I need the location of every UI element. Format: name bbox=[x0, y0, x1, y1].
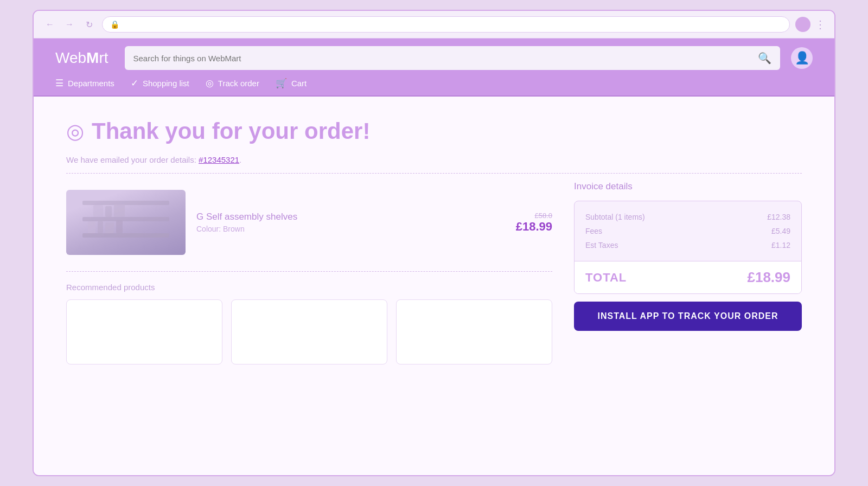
nav-label-departments: Departments bbox=[68, 79, 114, 88]
svg-rect-4 bbox=[98, 221, 103, 233]
browser-chrome: ← → ↻ 🔒 ⋮ bbox=[34, 11, 834, 39]
recommended-section: Recommended products bbox=[66, 283, 552, 364]
lock-icon: 🔒 bbox=[110, 20, 119, 29]
refresh-button[interactable]: ↻ bbox=[81, 17, 97, 32]
invoice-row-fees: Fees £5.49 bbox=[585, 224, 790, 238]
svg-rect-8 bbox=[105, 206, 112, 217]
nav-bar: ☰ Departments ✓ Shopping list ◎ Track or… bbox=[34, 78, 834, 97]
subtotal-label: Subtotal (1 items) bbox=[585, 213, 645, 221]
browser-nav: ← → ↻ bbox=[42, 17, 97, 32]
thank-you-heading: ◎ Thank you for your order! bbox=[66, 118, 802, 144]
bottom-divider bbox=[66, 271, 552, 272]
right-panel: Invoice details Subtotal (1 items) £12.3… bbox=[574, 181, 802, 364]
nav-item-shopping-list[interactable]: ✓ Shopping list bbox=[131, 78, 189, 89]
search-bar: 🔍 bbox=[125, 46, 780, 70]
thank-you-title: Thank you for your order! bbox=[92, 118, 370, 144]
forward-button[interactable]: → bbox=[62, 17, 77, 32]
taxes-label: Est Taxes bbox=[585, 241, 618, 250]
nav-label-cart: Cart bbox=[291, 79, 307, 88]
site-logo[interactable]: WebMrt bbox=[55, 49, 108, 67]
total-label: TOTAL bbox=[585, 271, 627, 285]
browser-actions: ⋮ bbox=[795, 17, 826, 32]
svg-rect-5 bbox=[105, 222, 114, 233]
user-avatar[interactable]: 👤 bbox=[791, 47, 813, 69]
address-bar[interactable]: 🔒 bbox=[102, 16, 790, 33]
target-icon: ◎ bbox=[66, 119, 84, 143]
invoice-box: Subtotal (1 items) £12.38 Fees £5.49 Est… bbox=[574, 201, 802, 294]
main-content: ◎ Thank you for your order! We have emai… bbox=[34, 97, 834, 475]
install-app-button[interactable]: INSTALL APP TO TRACK YOUR ORDER bbox=[574, 302, 802, 331]
content-grid: G Self assembly shelves Colour: Brown £5… bbox=[66, 181, 802, 364]
nav-label-shopping-list: Shopping list bbox=[143, 79, 189, 88]
profile-circle-button[interactable] bbox=[795, 17, 810, 32]
product-image bbox=[66, 190, 186, 255]
product-row: G Self assembly shelves Colour: Brown £5… bbox=[66, 181, 552, 264]
order-number-link[interactable]: #12345321 bbox=[199, 155, 239, 164]
total-value: £18.99 bbox=[747, 269, 790, 286]
recommended-card-1[interactable] bbox=[66, 299, 222, 364]
email-notice-prefix: We have emailed your order details: bbox=[66, 155, 199, 164]
departments-icon: ☰ bbox=[55, 78, 63, 89]
fees-label: Fees bbox=[585, 227, 602, 235]
recommended-card-3[interactable] bbox=[396, 299, 552, 364]
product-info: G Self assembly shelves Colour: Brown bbox=[196, 212, 505, 233]
shopping-list-icon: ✓ bbox=[131, 78, 138, 89]
nav-label-track-order: Track order bbox=[218, 79, 259, 88]
track-order-icon: ◎ bbox=[206, 78, 214, 89]
taxes-value: £1.12 bbox=[771, 241, 790, 250]
recommended-title: Recommended products bbox=[66, 283, 552, 292]
cart-icon: 🛒 bbox=[276, 78, 287, 89]
back-button[interactable]: ← bbox=[42, 17, 58, 32]
search-button[interactable]: 🔍 bbox=[758, 52, 771, 65]
svg-rect-0 bbox=[82, 233, 169, 238]
product-svg bbox=[77, 195, 175, 250]
nav-item-track-order[interactable]: ◎ Track order bbox=[206, 78, 259, 89]
product-image-inner bbox=[66, 190, 186, 255]
svg-rect-9 bbox=[114, 204, 125, 217]
invoice-row-taxes: Est Taxes £1.12 bbox=[585, 238, 790, 252]
invoice-total: TOTAL £18.99 bbox=[575, 261, 801, 293]
email-notice-suffix: . bbox=[239, 155, 241, 164]
svg-rect-2 bbox=[82, 201, 169, 205]
menu-dots-button[interactable]: ⋮ bbox=[815, 18, 826, 31]
browser-window: ← → ↻ 🔒 ⋮ WebMrt 🔍 👤 ☰ Departments ✓ bbox=[33, 10, 835, 476]
svg-rect-6 bbox=[116, 220, 123, 233]
fees-value: £5.49 bbox=[771, 227, 790, 235]
invoice-rows: Subtotal (1 items) £12.38 Fees £5.49 Est… bbox=[575, 201, 801, 261]
product-price: £58.0 £18.99 bbox=[516, 212, 552, 234]
sale-price: £18.99 bbox=[516, 220, 552, 233]
nav-item-departments[interactable]: ☰ Departments bbox=[55, 78, 114, 89]
product-colour: Colour: Brown bbox=[196, 225, 505, 233]
svg-rect-1 bbox=[82, 217, 169, 221]
invoice-row-subtotal: Subtotal (1 items) £12.38 bbox=[585, 210, 790, 224]
invoice-title: Invoice details bbox=[574, 181, 802, 192]
subtotal-value: £12.38 bbox=[767, 213, 790, 221]
svg-rect-7 bbox=[93, 205, 103, 217]
site-header: WebMrt 🔍 👤 bbox=[34, 39, 834, 78]
left-panel: G Self assembly shelves Colour: Brown £5… bbox=[66, 181, 552, 364]
recommended-card-2[interactable] bbox=[231, 299, 387, 364]
top-divider bbox=[66, 173, 802, 174]
email-notice: We have emailed your order details: #123… bbox=[66, 155, 802, 164]
nav-item-cart[interactable]: 🛒 Cart bbox=[276, 78, 307, 89]
search-input[interactable] bbox=[133, 54, 752, 63]
recommended-grid bbox=[66, 299, 552, 364]
product-name: G Self assembly shelves bbox=[196, 212, 505, 222]
svg-rect-3 bbox=[88, 221, 95, 233]
original-price: £58.0 bbox=[516, 212, 552, 220]
